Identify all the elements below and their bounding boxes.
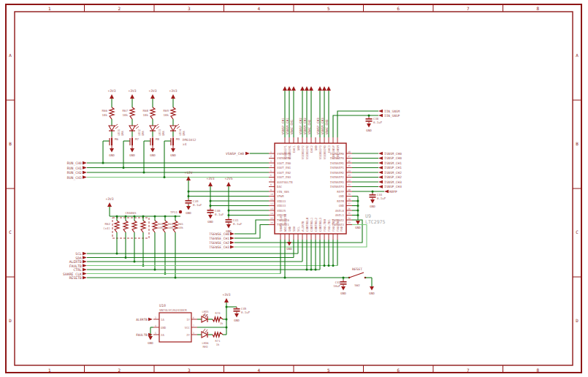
cap-C39[interactable] bbox=[186, 202, 192, 204]
ic-pin-name: CONTROL3 bbox=[318, 217, 322, 232]
reset-switch-lever[interactable] bbox=[349, 273, 364, 278]
buffer-designator: U10 bbox=[159, 303, 166, 308]
cap-C45[interactable] bbox=[234, 308, 240, 310]
cap-C44[interactable] bbox=[370, 194, 376, 196]
led-pullup-resistor[interactable] bbox=[171, 107, 175, 119]
ic-pin-number: 12 bbox=[270, 202, 273, 205]
status-led[interactable] bbox=[109, 126, 115, 131]
gnd-icon bbox=[171, 148, 175, 153]
led-pullup-resistor[interactable] bbox=[130, 107, 134, 119]
cap-value: 0.1uF bbox=[377, 197, 386, 200]
led-pullup-resistor[interactable] bbox=[150, 107, 155, 119]
ic-pin-name: VSENSEM1 bbox=[288, 145, 291, 159]
pullup-resistor[interactable] bbox=[173, 221, 177, 232]
cap-C40[interactable] bbox=[207, 212, 214, 213]
top-net-label: VSNSM_CH1 bbox=[286, 118, 289, 134]
gnd-label: GND bbox=[150, 153, 156, 157]
ic-pin-name: VDD33 bbox=[277, 204, 286, 207]
pullup-resistor[interactable] bbox=[132, 221, 137, 232]
cap-C38[interactable] bbox=[366, 118, 373, 120]
isense-net-label: ISNSM_CH1 bbox=[384, 161, 402, 166]
cap-C43[interactable] bbox=[340, 283, 347, 285]
cap-C40[interactable] bbox=[207, 210, 214, 211]
led-ray bbox=[115, 126, 118, 129]
ic-pin-name: ISENSEM1 bbox=[330, 161, 345, 165]
gnd-icon bbox=[186, 206, 191, 210]
frame-col-label: 7 bbox=[467, 6, 470, 11]
pullup-resistor[interactable] bbox=[115, 221, 119, 232]
cap-C41[interactable] bbox=[226, 219, 232, 221]
supply-arrow-icon bbox=[107, 202, 112, 207]
ic-pin-number: 35 bbox=[348, 212, 351, 215]
supply-label: +3V3 bbox=[206, 177, 214, 180]
supply-label: +3V3 bbox=[148, 89, 156, 93]
ic-pin-number: 36 bbox=[348, 207, 351, 210]
isense-net-label: ISNSM_CH2 bbox=[384, 171, 402, 175]
frame-col-label: 8 bbox=[536, 368, 539, 373]
gnd-label: GND bbox=[355, 226, 361, 229]
status-led[interactable] bbox=[170, 126, 176, 131]
led-pullup-resistor[interactable] bbox=[110, 107, 114, 119]
top-net-label: VDAC_CH1 bbox=[290, 119, 294, 134]
net-arrow-icon bbox=[378, 152, 383, 155]
ic-part-number: LTC2975 bbox=[365, 219, 385, 225]
ic-pin-name: GND bbox=[288, 226, 291, 232]
ic-pin-name: FAULTB3 bbox=[336, 219, 340, 232]
frame-col-label: 2 bbox=[118, 6, 121, 11]
resistor-array-qty: (x4) bbox=[103, 226, 110, 230]
net-arrow-icon bbox=[230, 237, 234, 240]
cap-C44[interactable] bbox=[370, 197, 376, 198]
ic-pin-name: CONTROL1 bbox=[310, 217, 313, 232]
cap-C41[interactable] bbox=[226, 221, 232, 223]
supply-label: +3V3 bbox=[222, 293, 230, 297]
ic-pin-name: CONTROL0 bbox=[305, 217, 309, 232]
ic-pin-name: ISENSEP3 bbox=[330, 185, 345, 188]
ic-pin-name: SDA bbox=[292, 226, 296, 232]
resistor-name: R66 bbox=[102, 109, 107, 113]
cap-C45[interactable] bbox=[234, 311, 240, 312]
testpoint-pad[interactable] bbox=[179, 210, 182, 213]
junction-dot bbox=[315, 269, 317, 271]
cap-value: 10uF bbox=[333, 284, 340, 288]
junction-dot bbox=[226, 319, 228, 321]
cap-C38[interactable] bbox=[366, 121, 373, 122]
net-arrow-icon bbox=[378, 114, 383, 117]
resistor-R71[interactable] bbox=[213, 332, 223, 337]
pullup-resistor[interactable] bbox=[141, 221, 145, 232]
junction-dot bbox=[357, 210, 359, 212]
ic-pin-name: CONTROL2 bbox=[314, 217, 318, 232]
iin-net-label: IIN_SNSP bbox=[384, 114, 400, 118]
cap-C39[interactable] bbox=[186, 200, 192, 202]
ic-pin-number: 33 bbox=[348, 221, 351, 224]
cap-C43[interactable] bbox=[340, 281, 347, 283]
net-arrow-icon bbox=[83, 264, 87, 267]
supply-arrow-icon bbox=[208, 182, 213, 186]
junction-dot bbox=[284, 277, 286, 279]
ic-pin-name: ASEL1 bbox=[335, 213, 345, 217]
ic-pin-number: 16 bbox=[270, 221, 273, 224]
ic-pin-name: ASEL0 bbox=[335, 209, 345, 213]
gnd-icon bbox=[287, 242, 291, 246]
gnd-label: GND bbox=[234, 319, 240, 322]
led-LED5[interactable] bbox=[202, 316, 207, 322]
pullup-resistor[interactable] bbox=[163, 221, 167, 232]
net-arrow-icon bbox=[378, 175, 383, 178]
frame-row-label: A bbox=[9, 53, 12, 58]
led-LED6[interactable] bbox=[202, 332, 207, 338]
frame-col-label: 3 bbox=[188, 6, 191, 11]
cap-value: 0.1uF bbox=[233, 222, 243, 226]
wire bbox=[234, 225, 269, 239]
status-led[interactable] bbox=[129, 126, 135, 131]
ic-pin-name: ISENSEM3 bbox=[330, 180, 345, 184]
pullup-resistor[interactable] bbox=[153, 221, 157, 232]
gnd-label: GND bbox=[286, 247, 292, 251]
pullup-resistor[interactable] bbox=[123, 221, 128, 232]
cap-value: 0.1uF bbox=[241, 311, 251, 314]
net-arrow-icon bbox=[83, 268, 87, 271]
supply-label: +3V3 bbox=[105, 197, 113, 201]
schematic-canvas: U9 LTC2975 PAD CRA06S R62 (x4) DMG1012 x… bbox=[0, 0, 588, 377]
ic-pin-number: 11 bbox=[270, 198, 273, 201]
ic-pin-name: IIN_SNSP bbox=[332, 145, 335, 159]
status-led[interactable] bbox=[150, 126, 156, 131]
led-ray bbox=[136, 126, 139, 129]
